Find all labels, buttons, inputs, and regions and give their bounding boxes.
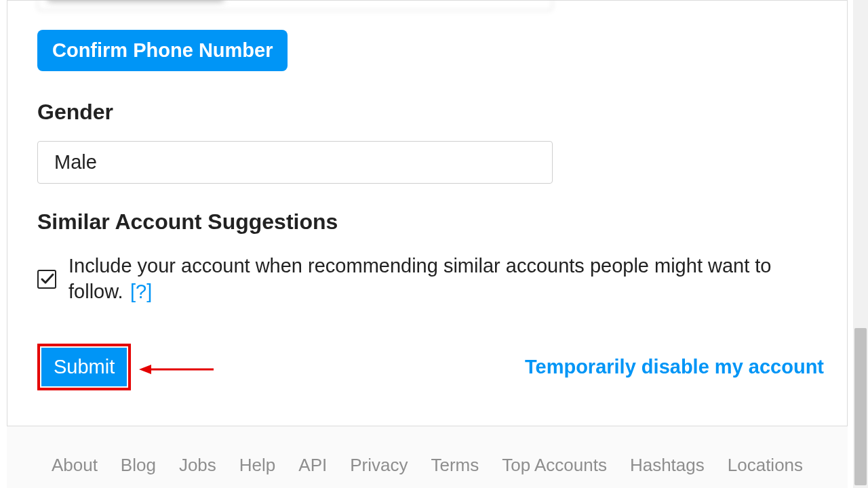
settings-panel: Confirm Phone Number Gender Male Similar… [7,0,848,488]
edit-profile-form: Confirm Phone Number Gender Male Similar… [7,0,847,390]
disable-account-link[interactable]: Temporarily disable my account [525,356,824,378]
suggestions-checkbox[interactable] [37,270,56,289]
annotation-highlight-box: Submit [37,344,131,390]
suggestions-text-wrap: Include your account when recommending s… [68,253,817,304]
footer-link-help[interactable]: Help [239,455,275,476]
scrollbar-track[interactable] [853,0,868,488]
suggestions-label: Similar Account Suggestions [37,209,817,235]
footer-link-locations[interactable]: Locations [728,455,803,476]
phone-input[interactable] [37,0,553,11]
footer-link-topaccounts[interactable]: Top Accounts [502,455,607,476]
confirm-phone-button[interactable]: Confirm Phone Number [37,30,288,71]
footer-link-blog[interactable]: Blog [121,455,156,476]
help-link[interactable]: [?] [130,281,152,302]
footer-link-terms[interactable]: Terms [431,455,479,476]
footer: About Blog Jobs Help API Privacy Terms T… [7,426,848,488]
submit-button[interactable]: Submit [41,348,127,386]
submit-row: Submit Temporarily disable my account [37,344,824,390]
gender-label: Gender [37,100,817,125]
footer-link-privacy[interactable]: Privacy [350,455,408,476]
check-icon [39,270,56,287]
footer-link-about[interactable]: About [52,455,98,476]
footer-link-api[interactable]: API [298,455,327,476]
footer-link-jobs[interactable]: Jobs [179,455,216,476]
gender-input[interactable]: Male [37,141,553,184]
suggestions-row: Include your account when recommending s… [37,253,817,304]
scrollbar-thumb[interactable] [854,328,867,485]
footer-links: About Blog Jobs Help API Privacy Terms T… [52,455,803,476]
suggestions-text: Include your account when recommending s… [68,255,772,302]
blurred-phone-value [47,0,224,2]
footer-link-hashtags[interactable]: Hashtags [630,455,705,476]
